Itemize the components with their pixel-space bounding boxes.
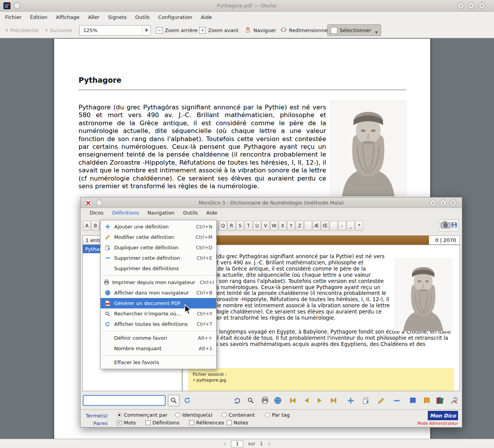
add-entry-button[interactable] [345, 395, 356, 406]
zoom-out-button[interactable]: − Zoom arrière [156, 24, 198, 36]
associated-file-box: Fichier associé : • pythagore.jpg [188, 368, 454, 391]
page-down-icon[interactable]: ∨ [268, 441, 271, 446]
search-input[interactable] [83, 395, 166, 406]
alphabet-key[interactable] [304, 221, 312, 231]
browser-button[interactable] [272, 395, 284, 406]
menu-outils[interactable]: Outils [131, 12, 154, 22]
zoom-level-combobox[interactable]: 125% ▼ [79, 25, 151, 36]
radio-identiques[interactable]: Identique(s) [175, 412, 212, 418]
first-entry-button[interactable] [287, 395, 299, 406]
close-button[interactable]: × [479, 2, 485, 9]
alphabet-key[interactable] [330, 221, 338, 231]
definitions-menu-popup: Ajouter une définition Ctrl+N Modifier c… [100, 220, 217, 369]
alphabet-key[interactable]: Œ [321, 221, 329, 231]
menu-item-supprimer-cette[interactable]: Supprimer cette définition Ctrl+E [101, 253, 216, 263]
checkbox-mots[interactable]: ✓ Mots [117, 420, 136, 426]
checkbox-notes[interactable]: Notes [227, 420, 248, 426]
printer-icon [261, 397, 269, 404]
menu-navigation[interactable]: Navigation [144, 208, 178, 218]
alphabet-key[interactable]: U [253, 221, 261, 231]
close-button[interactable]: × [450, 199, 456, 206]
menu-aide[interactable]: Aide [203, 208, 221, 218]
alphabet-key[interactable]: S [236, 221, 244, 231]
next-page-button[interactable]: › Suivante [45, 24, 72, 36]
redo-button[interactable] [231, 395, 243, 406]
menu-signets[interactable]: Signets [104, 12, 131, 22]
menu-item-nombre-manquant[interactable]: Nombre manquant Alt+1 [101, 343, 216, 354]
menu-item-effacer-favoris[interactable]: Effacer les favoris [101, 357, 216, 368]
menu-item-supprimer-des[interactable]: Supprimer des définitions [101, 263, 216, 274]
alphabet-key[interactable]: _ [347, 221, 355, 231]
notes-button[interactable] [421, 395, 432, 406]
settings-button[interactable] [448, 395, 460, 406]
resize-icon [280, 27, 287, 34]
references-button[interactable] [407, 395, 419, 406]
alphabet-key[interactable]: B [91, 221, 99, 231]
alphabet-key[interactable]: A [83, 221, 91, 231]
minimize-button[interactable]: ∨ [430, 199, 436, 206]
radio-commencant-par[interactable]: Commençant par [117, 412, 168, 418]
alphabet-key[interactable]: X [279, 221, 287, 231]
capture-tools [439, 219, 459, 232]
alphabet-key[interactable]: R [227, 221, 236, 231]
menu-aide[interactable]: Aide [197, 12, 216, 22]
previous-page-button[interactable]: ‹ Précédente [5, 24, 39, 36]
checkbox-references[interactable]: Références [189, 420, 224, 426]
menu-aller[interactable]: Aller [84, 12, 104, 22]
menu-item-imprimer[interactable]: Imprimer depuis mon navigateur Ctrl+I [101, 277, 216, 288]
find-button[interactable] [245, 395, 256, 406]
print-button[interactable] [259, 395, 271, 406]
radio-par-tag[interactable]: Par tag [265, 412, 290, 418]
current-page-input[interactable] [231, 440, 243, 447]
select-tool-button[interactable]: Sélectionner ▼ [327, 24, 381, 36]
menu-fichier[interactable]: Fichier [1, 12, 26, 22]
last-entry-button[interactable] [328, 395, 339, 406]
zoom-in-button[interactable]: + Zoom avant [199, 24, 239, 36]
menu-affichage[interactable]: Affichage [51, 12, 84, 22]
okular-statusbar: ∧ sur 1 ∨ [0, 439, 494, 448]
alphabet-key[interactable]: Z [296, 221, 304, 231]
menu-item-definir-favori[interactable]: Définir comme favori Alt++ [101, 333, 216, 343]
menu-edition[interactable]: Édition [26, 12, 52, 22]
edit-entry-button[interactable] [375, 395, 387, 406]
save-icon[interactable] [451, 222, 457, 229]
menu-item-afficher-navigateur[interactable]: Afficher dans mon navigateur Ctrl+B [101, 288, 216, 298]
dictionaries-button[interactable] [434, 395, 446, 406]
alphabet-key[interactable]: T [244, 221, 253, 231]
menu-item-afficher-toutes[interactable]: Afficher toutes les définitions Ctrl+T [101, 319, 216, 329]
menu-item-generer-pdf[interactable]: Générer un document PDF [101, 298, 216, 308]
page-up-icon[interactable]: ∧ [223, 441, 226, 446]
previous-icon [303, 397, 310, 404]
menu-item-rechercher[interactable]: Rechercher n'importe où... Ctrl+Y [101, 308, 216, 319]
menu-definitions[interactable]: Définitions [109, 208, 143, 218]
previous-entry-button[interactable] [301, 395, 312, 406]
maximize-button[interactable]: × [468, 2, 474, 9]
menu-item-ajouter[interactable]: Ajouter une définition Ctrl+N [101, 221, 216, 232]
reset-search-button[interactable] [181, 395, 193, 406]
alphabet-key[interactable]: Æ [313, 221, 321, 231]
alphabet-key[interactable]: W [270, 221, 278, 231]
alphabet-key[interactable]: V [262, 221, 270, 231]
menu-outils[interactable]: Outils [179, 208, 201, 218]
alphabet-key[interactable]: - [338, 221, 346, 231]
remove-entry-button[interactable] [391, 395, 402, 406]
minimize-button[interactable]: ∨ [458, 2, 464, 9]
alphabet-key[interactable]: * [355, 221, 363, 231]
browse-tool-button[interactable]: Naviguer [245, 24, 276, 36]
menu-item-modifier[interactable]: Modifier cette définition Ctrl+M [101, 232, 216, 242]
menu-item-dupliquer[interactable]: Dupliquer cette définition Ctrl+D [101, 242, 216, 253]
menu-configuration[interactable]: Configuration [154, 12, 197, 22]
next-entry-button[interactable] [314, 395, 326, 406]
mondico-footer: Terme(s) Parmi Commençant par Identique(… [80, 409, 462, 427]
fit-tool-button[interactable]: Redimensionner [280, 24, 330, 36]
menu-dicos[interactable]: Dicos [86, 208, 107, 218]
alphabet-key[interactable]: Y [287, 221, 295, 231]
radio-contenant[interactable]: Contenant [222, 412, 255, 418]
duplicate-entry-button[interactable] [360, 395, 371, 406]
maximize-button[interactable]: ∧ [440, 199, 446, 206]
alphabet-key[interactable]: Q [219, 221, 227, 231]
camera-icon[interactable] [441, 221, 451, 230]
checkbox-definitions[interactable]: Définitions [145, 420, 179, 426]
search-button[interactable] [168, 395, 179, 406]
definition-content[interactable]: Pythagore (du grec Pythagóras signifiant… [182, 245, 460, 391]
